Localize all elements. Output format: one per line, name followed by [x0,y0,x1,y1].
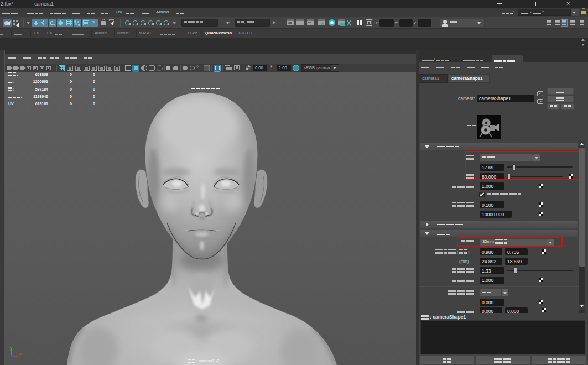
svg-text:x: x [19,351,22,356]
svg-text:y: y [10,346,13,351]
